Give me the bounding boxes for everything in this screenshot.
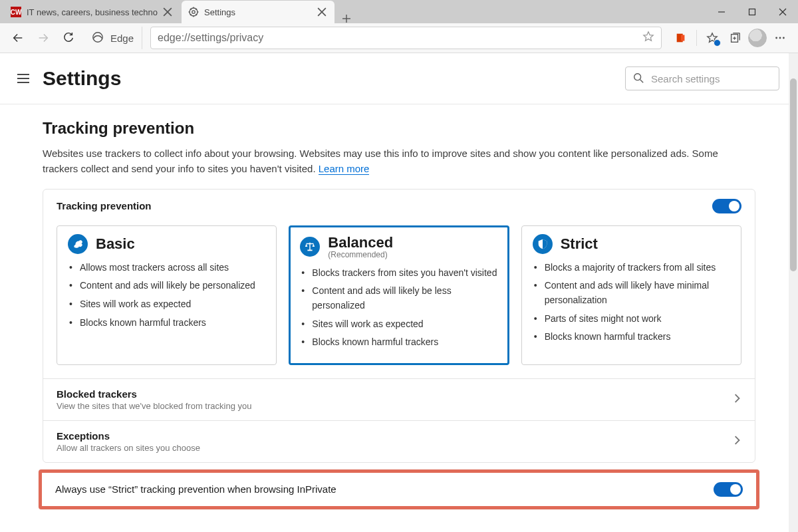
tab-settings[interactable]: Settings xyxy=(182,1,334,23)
avatar-icon xyxy=(748,29,767,47)
row-subtitle: View the sites that we've blocked from t… xyxy=(57,401,251,411)
settings-header: Settings xyxy=(0,53,798,104)
gear-icon xyxy=(188,7,199,17)
tracking-card-balanced[interactable]: Balanced (Recommended) Blocks trackers f… xyxy=(289,225,509,365)
minimize-button[interactable] xyxy=(706,0,737,23)
scrollbar-thumb[interactable] xyxy=(790,78,797,271)
close-icon[interactable] xyxy=(163,7,172,17)
svg-line-41 xyxy=(640,79,644,82)
card-bullet: Blocks known harmful trackers xyxy=(301,335,497,350)
tracking-card-basic[interactable]: Basic Allows most trackers across all si… xyxy=(57,225,277,365)
svg-rect-19 xyxy=(749,9,755,15)
svg-point-4 xyxy=(192,11,195,13)
svg-point-40 xyxy=(634,73,641,80)
new-tab-button[interactable] xyxy=(336,14,357,23)
address-bar[interactable]: edge://settings/privacy xyxy=(150,27,662,49)
search-icon xyxy=(632,72,644,86)
tab-label: Settings xyxy=(204,7,312,17)
learn-more-link[interactable]: Learn more xyxy=(319,163,370,175)
separator xyxy=(696,30,697,46)
toolbar-right xyxy=(670,27,791,49)
svg-point-34 xyxy=(775,37,777,39)
row-title: Always use “Strict” tracking prevention … xyxy=(55,483,336,495)
card-bullet: Blocks a majority of trackers from all s… xyxy=(534,261,730,275)
close-window-button[interactable] xyxy=(767,0,798,23)
tab-label: IT news, careers, business techno xyxy=(27,7,158,17)
back-button[interactable] xyxy=(7,27,29,49)
chevron-right-icon xyxy=(732,436,741,447)
settings-page: Settings Tracking prevention Websites us… xyxy=(0,53,798,532)
card-bullet: Content and ads will likely be less pers… xyxy=(301,284,497,313)
svg-marker-25 xyxy=(644,32,653,41)
tracking-level-cards: Basic Allows most trackers across all si… xyxy=(43,223,755,378)
tracking-prevention-toggle[interactable] xyxy=(712,199,741,213)
favorites-button[interactable] xyxy=(701,27,724,49)
vertical-scrollbar[interactable] xyxy=(789,53,798,532)
search-input[interactable] xyxy=(651,67,772,90)
card-bullet: Sites will work as expected xyxy=(301,317,497,332)
squirrel-icon xyxy=(68,234,88,254)
svg-point-35 xyxy=(779,37,781,39)
blocked-trackers-row[interactable]: Blocked trackers View the sites that we'… xyxy=(43,378,755,420)
card-bullet: Allows most trackers across all sites xyxy=(69,261,265,275)
refresh-button[interactable] xyxy=(57,27,80,49)
more-menu-button[interactable] xyxy=(769,27,791,49)
profile-button[interactable] xyxy=(746,27,769,49)
card-bullet: Blocks trackers from sites you haven't v… xyxy=(301,266,497,281)
card-bullet: Content and ads will likely have minimal… xyxy=(534,279,730,307)
row-subtitle: Allow all trackers on sites you choose xyxy=(57,443,200,453)
window-titlebar: CW IT news, careers, business techno Set… xyxy=(0,0,798,23)
collections-button[interactable] xyxy=(724,27,746,49)
svg-point-36 xyxy=(783,37,785,39)
search-settings[interactable] xyxy=(625,66,779,90)
row-title: Exceptions xyxy=(57,430,200,442)
exceptions-row[interactable]: Exceptions Allow all trackers on sites y… xyxy=(43,420,755,462)
url-text: edge://settings/privacy xyxy=(158,32,263,44)
page-title: Settings xyxy=(43,67,121,90)
scales-icon xyxy=(300,237,320,257)
card-title: Strict xyxy=(561,235,598,253)
panel-header: Tracking prevention xyxy=(43,190,755,223)
section-title: Tracking prevention xyxy=(43,119,755,138)
svg-marker-28 xyxy=(708,33,717,43)
card-bullet: Blocks known harmful trackers xyxy=(534,330,730,344)
tracking-card-strict[interactable]: Strict Blocks a majority of trackers fro… xyxy=(521,225,741,365)
card-bullet: Content and ads will likely be personali… xyxy=(69,279,265,293)
row-title: Blocked trackers xyxy=(57,388,251,400)
tab-it-news[interactable]: CW IT news, careers, business techno xyxy=(4,1,180,23)
card-title: Basic xyxy=(96,235,135,253)
card-bullet: Sites will work as expected xyxy=(69,297,265,312)
strict-inprivate-toggle[interactable] xyxy=(714,482,743,497)
site-identity[interactable]: Edge xyxy=(86,27,142,49)
card-subtitle: (Recommended) xyxy=(328,250,393,259)
tracking-prevention-panel: Tracking prevention Basic Allow xyxy=(43,189,755,463)
hamburger-menu-button[interactable] xyxy=(16,71,31,86)
card-bullet: Parts of sites might not work xyxy=(534,312,730,327)
card-title: Balanced xyxy=(328,234,393,251)
maximize-button[interactable] xyxy=(737,0,767,23)
svg-text:CW: CW xyxy=(11,9,21,16)
card-bullet: Blocks known harmful trackers xyxy=(69,316,265,331)
office-extension-icon[interactable] xyxy=(670,27,692,49)
edge-logo-icon xyxy=(92,31,104,45)
close-icon[interactable] xyxy=(317,7,327,17)
tab-strip: CW IT news, careers, business techno Set… xyxy=(0,0,706,23)
svg-rect-44 xyxy=(308,249,313,251)
forward-button[interactable] xyxy=(32,27,55,49)
browser-toolbar: Edge edge://settings/privacy xyxy=(0,23,798,53)
section-description: Websites use trackers to collect info ab… xyxy=(43,146,741,177)
window-controls xyxy=(706,0,798,23)
favicon-cw-icon: CW xyxy=(11,7,21,17)
site-identity-label: Edge xyxy=(110,33,134,44)
tracking-prevention-section: Tracking prevention Websites use tracker… xyxy=(0,104,798,463)
panel-title: Tracking prevention xyxy=(57,200,152,211)
shield-icon xyxy=(533,234,553,254)
chevron-right-icon xyxy=(732,394,741,405)
strict-inprivate-row[interactable]: Always use “Strict” tracking prevention … xyxy=(39,469,759,509)
section-description-text: Websites use trackers to collect info ab… xyxy=(43,148,718,174)
favorite-star-icon[interactable] xyxy=(642,31,654,45)
svg-rect-27 xyxy=(681,35,684,41)
